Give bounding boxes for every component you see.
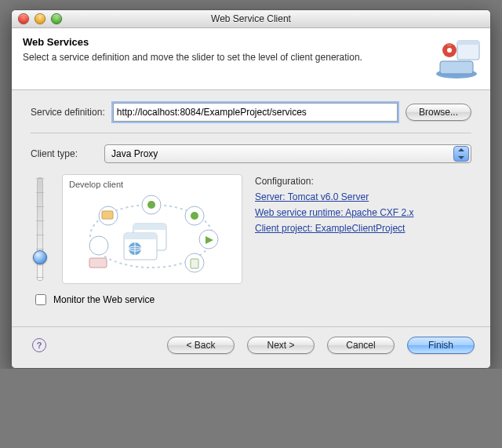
svg-rect-22 [124,233,157,239]
svg-rect-17 [102,211,113,219]
config-server-link[interactable]: Server: Tomcat v6.0 Server [255,191,471,202]
monitor-checkbox-row[interactable]: Monitor the Web service [32,292,471,308]
svg-rect-18 [89,258,107,268]
svg-point-6 [447,48,452,53]
config-project-link[interactable]: Client project: ExampleClientProject [255,223,471,234]
window-controls [12,13,62,24]
window-title: Web Service Client [12,13,490,24]
service-definition-input[interactable] [113,103,398,122]
configuration-heading: Configuration: [255,176,471,187]
generation-level-slider[interactable] [31,174,49,284]
svg-rect-20 [133,224,166,230]
finish-button[interactable]: Finish [407,337,475,354]
svg-rect-16 [191,259,198,268]
svg-rect-3 [457,41,479,45]
banner-heading: Web Services [23,36,479,48]
preview-caption: Develop client [69,180,235,189]
svg-rect-5 [447,44,452,46]
monitor-label: Monitor the Web service [53,294,155,305]
dropdown-arrows-icon [453,146,469,162]
client-type-select[interactable]: Java Proxy [104,144,471,163]
wizard-banner: Web Services Select a service definition… [12,28,490,90]
slider-thumb[interactable] [33,250,47,264]
close-icon[interactable] [18,13,29,24]
banner-description: Select a service definition and move the… [23,51,391,64]
web-service-icon [429,33,484,80]
service-definition-label: Service definition: [31,107,105,118]
back-button[interactable]: < Back [167,337,235,354]
cancel-button[interactable]: Cancel [327,337,395,354]
dialog-body: Service definition: Browse... Client typ… [12,90,490,326]
dialog-window: Web Service Client Web Services Select a… [11,9,491,369]
client-type-value: Java Proxy [111,148,158,159]
minimize-icon[interactable] [35,13,45,24]
dialog-footer: ? < Back Next > Cancel Finish [12,326,490,368]
svg-point-15 [191,212,198,220]
configuration-panel: Configuration: Server: Tomcat v6.0 Serve… [255,174,471,239]
button-row: < Back Next > Cancel Finish [60,337,475,354]
client-type-label: Client type: [31,148,96,159]
client-preview: Develop client [62,174,242,284]
browse-button[interactable]: Browse... [406,104,471,121]
separator [31,133,471,133]
titlebar: Web Service Client [12,10,490,28]
svg-rect-1 [440,61,473,74]
next-button[interactable]: Next > [247,337,315,354]
config-runtime-link[interactable]: Web service runtime: Apache CXF 2.x [255,207,471,218]
service-definition-row: Service definition: Browse... [31,103,471,122]
help-icon[interactable]: ? [32,338,46,352]
stage-row: Develop client [31,174,471,284]
monitor-checkbox[interactable] [35,294,46,305]
zoom-icon[interactable] [51,13,62,24]
client-type-row: Client type: Java Proxy [31,144,471,163]
lifecycle-diagram-icon [69,192,234,277]
svg-point-13 [89,236,108,255]
svg-point-14 [147,201,155,209]
